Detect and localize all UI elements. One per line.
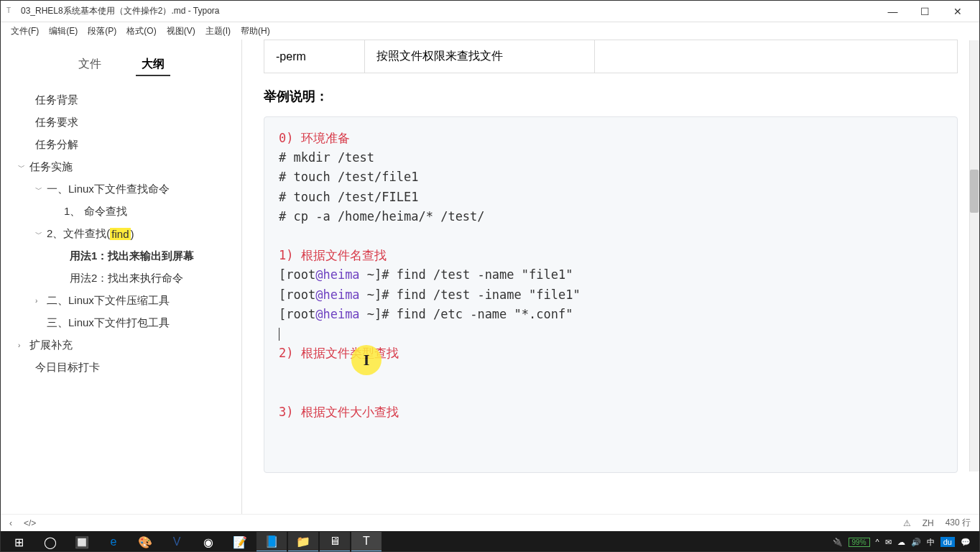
table-cell	[595, 40, 958, 73]
tray-icon[interactable]: ✉	[885, 538, 892, 547]
outline-item[interactable]: ›二、Linux下文件压缩工具	[1, 290, 241, 312]
outline-item[interactable]: ›扩展补充	[1, 334, 241, 356]
tray-chevron-icon[interactable]: ^	[876, 538, 879, 546]
spellcheck-lang[interactable]: ZH	[923, 518, 934, 528]
outline-item[interactable]: ﹀2、文件查找(find)	[1, 223, 241, 245]
outline-item[interactable]: ﹀一、Linux下文件查找命令	[1, 178, 241, 201]
titlebar: T 03_RHEL8系统基本使用（文件操作2）.md - Typora — ☐ …	[1, 1, 979, 22]
volume-icon[interactable]: 🔊	[911, 538, 921, 547]
tab-outline[interactable]: 大纲	[136, 54, 170, 76]
taskbar-app[interactable]: 🖥	[320, 532, 350, 552]
highlight-text: find	[110, 228, 130, 240]
notifications-icon[interactable]: 💬	[961, 538, 971, 547]
ime-indicator[interactable]: 中	[927, 537, 935, 548]
maximize-button[interactable]: ☐	[909, 1, 941, 22]
menubar: 文件(F) 编辑(E) 段落(P) 格式(O) 视图(V) 主题(I) 帮助(H…	[1, 22, 979, 40]
warning-icon[interactable]: ⚠	[903, 518, 911, 528]
tab-files[interactable]: 文件	[73, 54, 107, 76]
chevron-down-icon: ﹀	[35, 185, 45, 195]
menu-edit[interactable]: 编辑(E)	[45, 24, 82, 39]
menu-help[interactable]: 帮助(H)	[236, 24, 274, 39]
cursor-indicator	[351, 345, 382, 375]
battery-indicator[interactable]: 99%	[849, 538, 870, 547]
chevron-down-icon: ﹀	[18, 162, 28, 172]
line-count: 430 行	[946, 517, 971, 529]
taskbar-explorer[interactable]: 📁	[288, 532, 318, 552]
taskbar-typora[interactable]: T	[351, 532, 382, 552]
taskbar-edge[interactable]: e	[98, 532, 129, 552]
editor-content[interactable]: -perm 按照文件权限来查找文件 举例说明： 0) 环境准备 # mkdir …	[242, 40, 979, 514]
outline-item[interactable]: 任务要求	[1, 111, 241, 134]
text-cursor	[279, 328, 279, 341]
menu-format[interactable]: 格式(O)	[122, 24, 160, 39]
source-mode-toggle[interactable]: </>	[24, 518, 36, 528]
code-block[interactable]: 0) 环境准备 # mkdir /test # touch /test/file…	[264, 116, 958, 473]
table-row: -perm 按照文件权限来查找文件	[264, 40, 958, 73]
outline-item[interactable]: 三、Linux下文件打包工具	[1, 312, 241, 334]
taskbar-app[interactable]: 🔲	[67, 532, 97, 552]
taskbar: ⊞ ◯ 🔲 e 🎨 V ◉ 📝 📘 📁 🖥 T 🔌 99% ^ ✉ ☁ 🔊 中 …	[1, 531, 979, 552]
section-heading: 举例说明：	[264, 88, 958, 105]
ime-indicator[interactable]: du	[940, 537, 955, 547]
scrollbar-track[interactable]	[969, 40, 979, 472]
taskbar-app[interactable]: 📝	[225, 532, 255, 552]
table-cell: 按照文件权限来查找文件	[365, 40, 595, 73]
nav-back[interactable]: ‹	[9, 518, 12, 528]
minimize-button[interactable]: —	[877, 1, 909, 22]
system-tray[interactable]: 🔌 99% ^ ✉ ☁ 🔊 中 du 💬	[833, 537, 976, 548]
outline-item[interactable]: ﹀任务实施	[1, 156, 241, 178]
taskbar-chrome[interactable]: ◉	[193, 532, 223, 552]
statusbar: ‹ </> ⚠ ZH 430 行	[1, 514, 979, 531]
window-title: 03_RHEL8系统基本使用（文件操作2）.md - Typora	[21, 5, 877, 17]
tray-icon[interactable]: ☁	[897, 538, 905, 547]
outline-list: 任务背景 任务要求 任务分解 ﹀任务实施 ﹀一、Linux下文件查找命令 1、 …	[1, 83, 241, 385]
menu-file[interactable]: 文件(F)	[6, 24, 43, 39]
outline-item[interactable]: 今日目标打卡	[1, 356, 241, 379]
taskbar-app[interactable]: V	[162, 532, 192, 552]
sidebar: 文件 大纲 任务背景 任务要求 任务分解 ﹀任务实施 ﹀一、Linux下文件查找…	[1, 40, 242, 514]
close-button[interactable]: ✕	[941, 1, 974, 22]
table-cell: -perm	[264, 40, 365, 73]
power-icon[interactable]: 🔌	[833, 538, 843, 547]
options-table: -perm 按照文件权限来查找文件	[264, 40, 958, 73]
scrollbar-thumb[interactable]	[970, 170, 979, 213]
outline-item[interactable]: 用法2：找出来执行命令	[1, 267, 241, 290]
outline-item[interactable]: 任务分解	[1, 134, 241, 156]
chevron-right-icon: ›	[35, 297, 45, 305]
menu-theme[interactable]: 主题(I)	[201, 24, 235, 39]
menu-view[interactable]: 视图(V)	[162, 24, 200, 39]
taskbar-app[interactable]: 📘	[256, 532, 287, 552]
outline-item-active[interactable]: 用法1：找出来输出到屏幕	[1, 245, 241, 267]
start-button[interactable]: ⊞	[4, 532, 34, 552]
chevron-right-icon: ›	[18, 341, 28, 349]
outline-item[interactable]: 1、 命令查找	[1, 201, 241, 223]
app-icon: T	[6, 6, 17, 17]
outline-item[interactable]: 任务背景	[1, 89, 241, 111]
chevron-down-icon: ﹀	[35, 229, 45, 239]
menu-paragraph[interactable]: 段落(P)	[83, 24, 121, 39]
taskbar-app[interactable]: ◯	[35, 532, 65, 552]
taskbar-app[interactable]: 🎨	[130, 532, 160, 552]
